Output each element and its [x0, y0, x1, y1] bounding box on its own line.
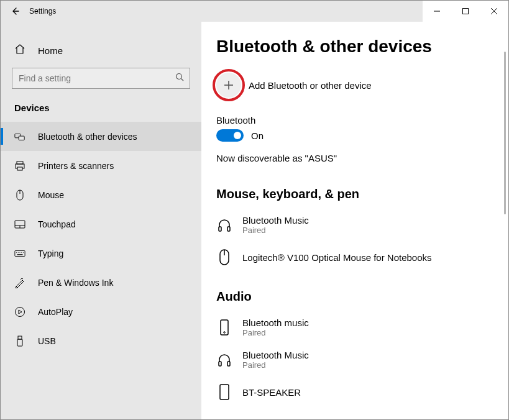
pen-icon: [14, 277, 25, 288]
touchpad-icon: [14, 220, 25, 229]
device-row[interactable]: Logitech® V100 Optical Mouse for Noteboo…: [216, 241, 496, 273]
device-name: Logitech® V100 Optical Mouse for Noteboo…: [242, 252, 432, 263]
sidebar-item-typing[interactable]: Typing: [1, 239, 201, 268]
back-button[interactable]: [1, 1, 29, 22]
sidebar-item-bluetooth[interactable]: Bluetooth & other devices: [1, 122, 201, 151]
svg-point-17: [19, 252, 20, 252]
sidebar-item-usb[interactable]: USB: [1, 326, 201, 355]
sidebar-item-autoplay[interactable]: AutoPlay: [1, 297, 201, 326]
device-status: Paired: [242, 360, 309, 370]
svg-point-15: [16, 252, 17, 252]
sidebar-item-mouse[interactable]: Mouse: [1, 180, 201, 209]
sidebar-item-label: AutoPlay: [38, 307, 73, 317]
svg-point-18: [21, 252, 22, 252]
mouse-icon: [14, 189, 25, 201]
section-mouse-keyboard-pen: Mouse, keyboard, & pen: [216, 187, 496, 201]
home-label: Home: [38, 45, 63, 56]
svg-rect-34: [220, 385, 229, 399]
title-bar: Settings: [1, 1, 508, 22]
sidebar-item-pen[interactable]: Pen & Windows Ink: [1, 268, 201, 297]
minimize-button[interactable]: [423, 1, 451, 22]
device-row[interactable]: Bluetooth Music Paired: [216, 209, 496, 241]
device-name: BT-SPEAKER: [242, 387, 301, 398]
sidebar-item-label: Printers & scanners: [38, 161, 114, 171]
device-row[interactable]: Bluetooth Music Paired: [216, 344, 496, 376]
device-row[interactable]: Bluetooth music Paired: [216, 311, 496, 344]
close-button[interactable]: [480, 1, 508, 22]
headphones-icon: [216, 352, 232, 367]
speaker-icon: [216, 384, 232, 400]
add-device-label: Add Bluetooth or other device: [249, 80, 372, 91]
window-title: Settings: [29, 7, 56, 16]
svg-point-31: [224, 332, 226, 334]
svg-point-19: [23, 252, 24, 252]
svg-point-16: [18, 252, 19, 252]
maximize-button[interactable]: [451, 1, 480, 22]
close-icon: [491, 8, 497, 14]
svg-rect-23: [17, 339, 22, 346]
window-controls: [423, 1, 508, 22]
keyboard-icon: [14, 250, 25, 257]
svg-point-21: [16, 307, 25, 316]
home-icon: [14, 43, 25, 57]
svg-rect-30: [221, 320, 228, 335]
device-name: Bluetooth Music: [242, 215, 309, 226]
search-input[interactable]: [19, 73, 175, 83]
sidebar-item-label: Bluetooth & other devices: [38, 132, 137, 142]
svg-rect-26: [219, 227, 221, 231]
svg-rect-22: [18, 336, 22, 339]
device-name: Bluetooth Music: [242, 350, 309, 360]
svg-rect-14: [15, 250, 25, 256]
sidebar-nav: Bluetooth & other devices Printers & sca…: [1, 122, 201, 355]
svg-rect-1: [463, 9, 469, 14]
sidebar-item-label: USB: [38, 336, 56, 346]
autoplay-icon: [14, 306, 25, 317]
scrollbar[interactable]: [504, 52, 506, 214]
device-name: Bluetooth music: [242, 317, 309, 328]
sidebar-item-touchpad[interactable]: Touchpad: [1, 209, 201, 239]
discoverable-text: Now discoverable as "ASUS": [216, 153, 496, 163]
svg-rect-32: [219, 362, 221, 366]
search-icon: [175, 73, 185, 84]
device-status: Paired: [242, 328, 309, 337]
svg-rect-8: [17, 167, 22, 170]
svg-rect-6: [17, 162, 23, 164]
back-arrow-icon: [10, 6, 20, 16]
printer-icon: [14, 160, 25, 171]
sidebar-item-printers[interactable]: Printers & scanners: [1, 151, 201, 180]
bluetooth-devices-icon: [14, 132, 25, 142]
bluetooth-toggle-state: On: [251, 130, 264, 141]
section-audio: Audio: [216, 290, 496, 304]
sidebar: Home Devices Bluetooth & other devices: [1, 22, 201, 420]
plus-icon: [216, 73, 241, 98]
sidebar-item-label: Typing: [38, 249, 63, 258]
bluetooth-toggle[interactable]: [216, 129, 244, 142]
headphones-icon: [216, 217, 232, 232]
svg-point-2: [177, 73, 182, 79]
svg-rect-27: [227, 227, 230, 231]
search-input-container[interactable]: [12, 68, 190, 89]
device-row[interactable]: BT-SPEAKER: [216, 376, 496, 408]
sidebar-item-label: Touchpad: [38, 219, 76, 229]
main-content: Bluetooth & other devices Add Bluetooth …: [201, 22, 508, 420]
page-title: Bluetooth & other devices: [216, 37, 496, 57]
device-status: Paired: [242, 226, 309, 235]
mouse-icon: [216, 249, 232, 265]
phone-icon: [216, 319, 232, 336]
sidebar-section-title: Devices: [1, 99, 201, 122]
sidebar-item-label: Mouse: [38, 190, 64, 200]
svg-rect-5: [19, 136, 24, 140]
minimize-icon: [434, 8, 440, 14]
svg-rect-33: [227, 362, 230, 366]
maximize-icon: [462, 8, 469, 14]
home-link[interactable]: Home: [1, 38, 201, 63]
sidebar-item-label: Pen & Windows Ink: [38, 278, 113, 288]
svg-line-3: [181, 78, 184, 81]
bluetooth-toggle-label: Bluetooth: [216, 115, 496, 126]
usb-icon: [14, 336, 25, 347]
add-device-button[interactable]: Add Bluetooth or other device: [216, 73, 496, 98]
